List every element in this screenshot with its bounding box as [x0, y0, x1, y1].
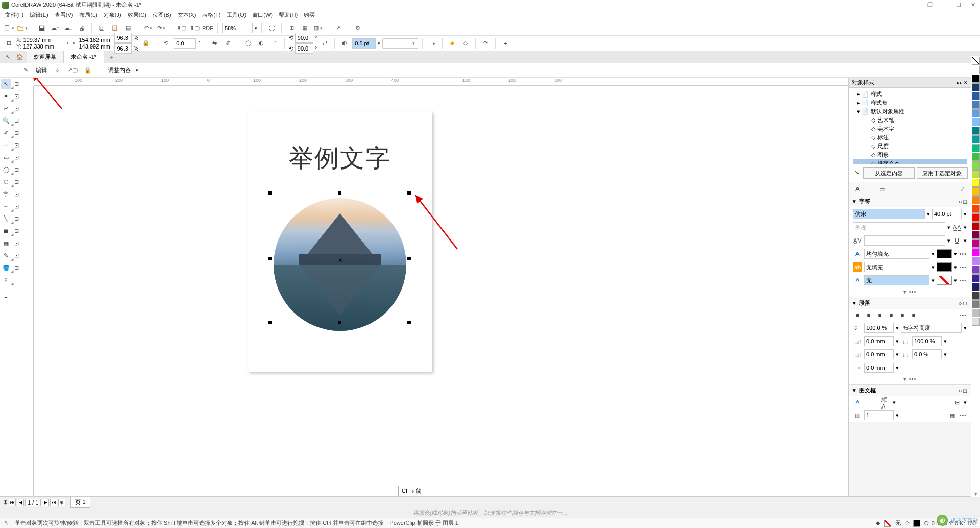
color-swatch[interactable] — [972, 153, 980, 161]
menu-layout[interactable]: 布局(L) — [76, 10, 100, 20]
outline-black-swatch[interactable] — [913, 520, 920, 527]
frame-icon[interactable]: ▭ — [877, 184, 887, 194]
color-palette[interactable]: ▾ — [971, 56, 980, 497]
powerclip-ellipse[interactable] — [274, 198, 406, 331]
sel-handle-tl[interactable] — [268, 191, 272, 195]
char-A-icon[interactable]: A — [853, 184, 862, 194]
menu-object[interactable]: 对象(J) — [101, 10, 125, 20]
color-swatch[interactable] — [972, 274, 980, 282]
color-swatch[interactable] — [972, 101, 980, 109]
kerning-icon[interactable]: A͍V — [853, 236, 862, 245]
cloud-down-icon[interactable]: ☁↓ — [63, 22, 74, 34]
extract-icon[interactable]: ↗▢ — [67, 65, 78, 76]
fly3[interactable]: ⊡ — [12, 103, 22, 113]
fly4[interactable]: ⊡ — [12, 115, 22, 126]
from-selection-button[interactable]: 从选定内容 — [863, 167, 915, 179]
height-val[interactable]: 143.992 mm — [79, 43, 112, 50]
tree-child-5[interactable]: ◇ 段落文本 — [853, 159, 967, 164]
frame-align-icon[interactable]: ⊟ — [952, 398, 962, 407]
arc-icon[interactable]: ◜ — [269, 38, 280, 49]
color-swatch[interactable] — [972, 248, 980, 256]
undo-button[interactable]: ↶ — [142, 22, 154, 34]
tree-default-props[interactable]: ▾ 📄 默认对象属性 — [853, 107, 967, 116]
color-swatch[interactable] — [972, 83, 980, 91]
shape-tool[interactable]: ✦◢ — [1, 91, 11, 101]
tree-child-1[interactable]: ◇ 美术字 — [853, 125, 967, 133]
convert-curves-icon[interactable]: ⟳ — [480, 38, 491, 49]
fly16[interactable]: ⊡ — [12, 262, 22, 273]
pie-icon[interactable]: ◐ — [256, 38, 267, 49]
pdf-button[interactable]: PDF — [202, 22, 213, 34]
swap-angle-icon[interactable]: ⇄ — [319, 38, 330, 49]
fullscreen-icon[interactable]: ⛶ — [266, 22, 277, 34]
color-swatch[interactable] — [972, 222, 980, 230]
bg-more-button[interactable]: ••• — [959, 264, 967, 270]
grid-icon[interactable]: ▦ — [299, 22, 310, 34]
color-swatch[interactable] — [972, 196, 980, 204]
color-swatch[interactable] — [972, 239, 980, 248]
apply-to-selection-button[interactable]: 应用于选定对象 — [917, 167, 968, 179]
canvas[interactable]: 举例文字 ✕ — [34, 86, 848, 496]
color-swatch[interactable] — [972, 170, 980, 178]
mirror-h-icon[interactable]: ⇋ — [209, 38, 220, 49]
add-tool[interactable]: + — [1, 292, 11, 302]
color-swatch[interactable] — [972, 109, 980, 117]
columns-input[interactable] — [864, 410, 894, 420]
align-right-icon[interactable]: ≡ — [887, 310, 896, 320]
fly7[interactable]: ⊡ — [12, 152, 22, 162]
tree-styles[interactable]: ▸ 📄 样式 — [853, 90, 967, 99]
gear-icon[interactable]: ⚙ — [352, 22, 363, 34]
color-swatch[interactable] — [972, 127, 980, 135]
new-style-icon[interactable]: ↘ — [852, 167, 861, 177]
sel-handle-mr[interactable] — [407, 257, 411, 260]
next-page-button[interactable]: ▶ — [42, 499, 49, 506]
styles-tree[interactable]: ▸ 📄 样式 ▸ 📄 样式集 ▾ 📄 默认对象属性 ◇ 艺术笔 ◇ 美术字 ◇ … — [849, 88, 971, 164]
end-angle[interactable] — [295, 43, 313, 54]
order-front-icon[interactable]: ◆ — [447, 38, 458, 49]
menu-tools[interactable]: 工具(O) — [224, 10, 249, 20]
brush-icon[interactable]: ✎ — [20, 65, 31, 76]
fly10[interactable]: ⊡ — [12, 189, 22, 199]
outline-more-button[interactable]: ••• — [959, 277, 967, 283]
color-swatch[interactable] — [972, 292, 980, 300]
sel-handle-tc[interactable] — [338, 191, 341, 195]
open-button[interactable] — [16, 22, 28, 34]
indent-input[interactable] — [864, 363, 894, 373]
color-swatch[interactable] — [972, 161, 980, 170]
outline-type-input[interactable] — [864, 275, 929, 285]
color-swatch[interactable] — [972, 205, 980, 213]
last-page-button[interactable]: ⏭ — [50, 499, 57, 506]
color-swatch[interactable] — [972, 266, 980, 274]
clipboard-button[interactable]: ▤ — [122, 22, 134, 34]
color-swatch[interactable] — [972, 318, 980, 326]
sel-handle-tr[interactable] — [407, 191, 411, 195]
ruler-horizontal[interactable]: 100 200 100 0 100 200 300 400 100 200 30… — [34, 78, 848, 86]
color-swatch[interactable] — [972, 92, 980, 100]
y-coord[interactable]: 127.338 mm — [23, 43, 57, 50]
palette-scroll-down[interactable]: ▾ — [971, 491, 980, 497]
sel-handle-br[interactable] — [407, 321, 411, 324]
color-swatch[interactable] — [972, 300, 980, 308]
fly13[interactable]: ⊡ — [12, 226, 22, 236]
fly15[interactable]: ⊡ — [12, 250, 22, 260]
color-swatch[interactable] — [972, 213, 980, 222]
expand-icon[interactable]: ⤢ — [958, 184, 967, 194]
after-pct-input[interactable] — [912, 349, 942, 359]
tab-welcome[interactable]: 欢迎屏幕 — [27, 51, 64, 63]
lock-icon[interactable]: 🔒 — [83, 65, 93, 76]
prev-page-button[interactable]: ◀ — [17, 499, 24, 506]
menu-text[interactable]: 文本(X) — [175, 10, 200, 20]
outline-none-swatch[interactable] — [937, 276, 952, 285]
frame-more-button[interactable]: ••• — [959, 412, 967, 418]
snap-icon[interactable]: ⊞ — [286, 22, 297, 34]
nav-icon[interactable]: ⊕ — [3, 499, 8, 506]
edit-label[interactable]: 编辑 — [36, 66, 47, 74]
font-name-input[interactable] — [853, 209, 925, 219]
adjust-label[interactable]: 调整内容 — [108, 66, 131, 74]
sel-handle-bc[interactable] — [338, 321, 341, 324]
color-swatch[interactable] — [972, 66, 980, 74]
tree-style-sets[interactable]: ▸ 📄 样式集 — [853, 99, 967, 107]
tree-child-4[interactable]: ◇ 图形 — [853, 151, 967, 159]
order-back-icon[interactable]: ◇ — [460, 38, 471, 49]
menu-file[interactable]: 文件(F) — [2, 10, 27, 20]
